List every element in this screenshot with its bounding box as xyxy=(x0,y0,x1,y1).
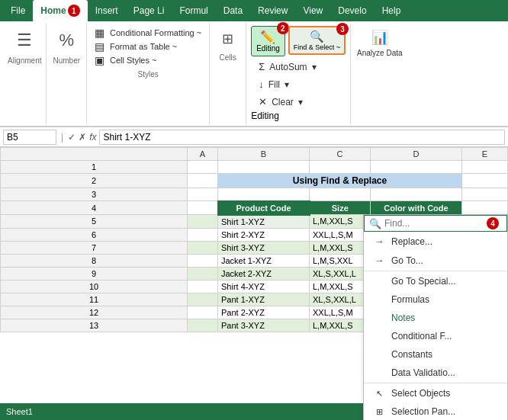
selection-pane-item[interactable]: ⊞ Selection Pan... xyxy=(364,402,507,420)
col-c[interactable]: C xyxy=(310,148,371,161)
col-a[interactable]: A xyxy=(188,148,218,161)
cell-a10[interactable] xyxy=(188,280,218,293)
select-objects-icon: ↖ xyxy=(371,389,387,399)
cell-b10[interactable]: Shirt 4-XYZ xyxy=(218,280,310,293)
constants-item[interactable]: Constants xyxy=(364,345,507,364)
data-validation-item[interactable]: Data Validatio... xyxy=(364,364,507,382)
tab-file[interactable]: File xyxy=(3,0,33,21)
cell-b1[interactable] xyxy=(218,161,310,174)
formulas-item[interactable]: Formulas xyxy=(364,290,507,309)
cell-b9[interactable]: Jacket 2-XYZ xyxy=(218,267,310,280)
analysis-label: Analyze Data xyxy=(357,49,402,57)
cell-title[interactable]: Using Find & Replace xyxy=(218,174,462,188)
cell-c5[interactable]: L,M,XXL,S xyxy=(310,215,371,229)
cell-a4[interactable] xyxy=(188,201,218,215)
format-as-table-btn[interactable]: ▤ Format as Table ~ xyxy=(93,40,203,53)
tab-develo[interactable]: Develo xyxy=(330,0,374,21)
editing-btn-label: Editing xyxy=(256,44,280,53)
goto-item[interactable]: → Go To... xyxy=(364,251,507,270)
cell-c6[interactable]: XXL,L,S,M xyxy=(310,228,371,241)
cell-b13[interactable]: Pant 3-XYZ xyxy=(218,319,310,332)
cell-a2[interactable] xyxy=(188,174,218,188)
cell-c3[interactable] xyxy=(310,188,371,201)
tab-review[interactable]: Review xyxy=(250,0,295,21)
conditional-item[interactable]: Conditional F... xyxy=(364,327,507,345)
find-select-panel: 🔍 4 → Replace... → Go To... Go To Specia… xyxy=(363,214,508,420)
cell-c13[interactable]: L,M,XXL,S xyxy=(310,319,371,332)
tab-help[interactable]: Help xyxy=(375,0,409,21)
cell-a5[interactable] xyxy=(188,215,218,229)
cell-c8[interactable]: L,M,S,XXL xyxy=(310,254,371,267)
cell-a13[interactable] xyxy=(188,319,218,332)
tab-view[interactable]: View xyxy=(295,0,330,21)
number-icon: % xyxy=(51,26,82,55)
cell-b8[interactable]: Jacket 1-XYZ xyxy=(218,254,310,267)
tab-pageli[interactable]: Page Li xyxy=(126,0,172,21)
cell-e3[interactable] xyxy=(462,188,508,201)
cell-a12[interactable] xyxy=(188,306,218,319)
find-select-button[interactable]: 🔍 Find & Select ~ 3 xyxy=(288,26,346,55)
cell-product-header[interactable]: Product Code xyxy=(218,201,310,215)
tab-home[interactable]: Home 1 xyxy=(33,0,87,21)
cell-b7[interactable]: Shirt 3-XYZ xyxy=(218,241,310,254)
data-validation-label: Data Validatio... xyxy=(391,367,455,378)
cells-group: ⊞ Cells xyxy=(210,23,246,124)
cell-a8[interactable] xyxy=(188,254,218,267)
checkmark-icon[interactable]: ✓ xyxy=(68,132,76,143)
sheet-tab[interactable]: Sheet1 xyxy=(6,407,33,416)
replace-item[interactable]: → Replace... xyxy=(364,232,507,251)
formula-content[interactable] xyxy=(99,130,505,145)
cell-a11[interactable] xyxy=(188,293,218,306)
cross-icon[interactable]: ✗ xyxy=(79,132,86,143)
cell-b6[interactable]: Shirt 2-XYZ xyxy=(218,228,310,241)
tab-data[interactable]: Data xyxy=(216,0,250,21)
cell-a6[interactable] xyxy=(188,228,218,241)
cell-c9[interactable]: XL,S,XXL,L xyxy=(310,267,371,280)
alignment-label: Alignment xyxy=(8,56,41,65)
cell-size-header[interactable]: Size xyxy=(310,201,371,215)
cell-a3[interactable] xyxy=(188,188,218,201)
cell-styles-btn[interactable]: ▣ Cell Styles ~ xyxy=(93,53,203,67)
cell-d1[interactable] xyxy=(371,161,462,174)
goto-special-item[interactable]: Go To Special... xyxy=(364,272,507,290)
cell-e1[interactable] xyxy=(462,161,508,174)
clear-btn[interactable]: ✕ Clear ▾ xyxy=(251,93,346,111)
goto-label: Go To... xyxy=(391,255,423,266)
cell-b11[interactable]: Pant 1-XYZ xyxy=(218,293,310,306)
cell-a1[interactable] xyxy=(188,161,218,174)
col-d[interactable]: D xyxy=(371,148,462,161)
col-b[interactable]: B xyxy=(218,148,310,161)
cell-c7[interactable]: L,M,XXL,S xyxy=(310,241,371,254)
editing-group-label: Editing xyxy=(251,111,346,121)
tab-formul[interactable]: Formul xyxy=(172,0,215,21)
col-e[interactable]: E xyxy=(462,148,508,161)
fill-btn[interactable]: ↓ Fill ▾ xyxy=(251,75,346,93)
cell-c12[interactable]: XXL,L,S,M xyxy=(310,306,371,319)
find-input[interactable] xyxy=(384,218,484,229)
select-objects-item[interactable]: ↖ Select Objects xyxy=(364,384,507,402)
notes-item[interactable]: Notes xyxy=(364,309,507,327)
format-as-icon: ▤ xyxy=(95,40,107,53)
cell-a7[interactable] xyxy=(188,241,218,254)
tab-insert[interactable]: Insert xyxy=(88,0,126,21)
formula-bar: | ✓ ✗ fx xyxy=(0,127,508,147)
find-search-row: 🔍 4 xyxy=(364,215,507,232)
cell-d3[interactable] xyxy=(371,188,462,201)
cell-a9[interactable] xyxy=(188,267,218,280)
cell-b5[interactable]: Shirt 1-XYZ xyxy=(218,215,310,229)
autosum-btn[interactable]: Σ AutoSum ▾ xyxy=(251,58,346,75)
editing-button[interactable]: ✏️ Editing 2 xyxy=(251,26,285,56)
cell-e2[interactable] xyxy=(462,174,508,188)
name-box[interactable] xyxy=(3,130,56,145)
cell-c11[interactable]: XL,S,XXL,L xyxy=(310,293,371,306)
cell-b12[interactable]: Pant 2-XYZ xyxy=(218,306,310,319)
cell-c10[interactable]: L,M,XXL,S xyxy=(310,280,371,293)
status-left: Sheet1 xyxy=(6,407,33,416)
styles-label: Styles xyxy=(93,69,203,79)
conditional-formatting-btn[interactable]: ▦ Conditional Formatting ~ xyxy=(93,26,203,40)
clear-label: Clear xyxy=(272,97,294,107)
cell-color-header[interactable]: Color with Code xyxy=(371,201,462,215)
cell-b3[interactable] xyxy=(218,188,310,201)
cell-e4[interactable] xyxy=(462,201,508,215)
cell-c1[interactable] xyxy=(310,161,371,174)
